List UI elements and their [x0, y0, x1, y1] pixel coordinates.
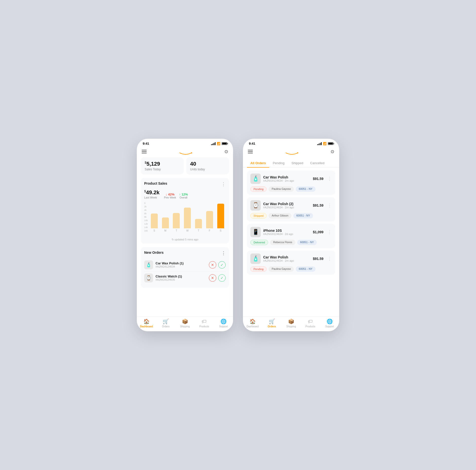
- products-label: Products: [199, 325, 209, 328]
- location-badge: 60051 - NY: [293, 213, 313, 218]
- chart-stats: ↓ 42% Prev Week ↑ 12% Overall: [164, 193, 188, 199]
- prev-label: Prev Week: [164, 196, 176, 199]
- sales-label: Sales Today: [145, 168, 180, 171]
- time-2: 9:41: [249, 142, 255, 145]
- order-actions: ✕ ✓: [209, 261, 226, 269]
- stats-row: $5,129 Sales Today 40 Units today: [141, 157, 229, 175]
- new-orders-card: New Orders ⋮ 🧴 Car Wax Polish (1) #A2NG9…: [141, 247, 229, 288]
- reject-button[interactable]: ✕: [209, 274, 216, 282]
- order-actions: ✕ ✓: [209, 274, 226, 282]
- menu-button-2[interactable]: [248, 150, 253, 153]
- units-card: 40 Units today: [186, 157, 229, 175]
- status-bar-2: 9:41 📶: [243, 139, 339, 147]
- sales-amount: $5,129: [145, 161, 180, 167]
- support-icon-2: 🌐: [327, 318, 333, 324]
- units-amount: 40: [190, 161, 225, 167]
- person-badge: Rebecca Flores: [270, 240, 295, 245]
- order-options[interactable]: ⋮: [327, 256, 332, 261]
- bar-group: T: [171, 213, 181, 232]
- product-info: iPhone 10S #A2NG9124634 · 2d ago: [263, 229, 310, 235]
- order-options[interactable]: ⋮: [327, 176, 332, 181]
- nav-item-orders[interactable]: 🛒 Orders: [159, 318, 172, 328]
- battery-icon-2: [328, 142, 333, 145]
- product-name: Car Wax Polish: [263, 175, 310, 179]
- status-badge: Pending: [250, 186, 267, 192]
- bar-group: S: [216, 204, 226, 232]
- orders-title: New Orders ⋮: [144, 251, 226, 256]
- product-price: $91.59: [313, 203, 323, 207]
- bars-container: SMTWTFS: [149, 202, 226, 236]
- order-card: 🧴 Car Wax Polish #A2NG9124634 · 2m ago $…: [247, 251, 335, 275]
- bar: [206, 211, 213, 228]
- accept-button[interactable]: ✓: [218, 261, 226, 269]
- order-card-tags: Pending Paulina Gayoso 60051 - NY: [250, 186, 332, 192]
- chart-header: Product Sales ⋮: [144, 181, 226, 187]
- product-thumb: 🧴: [250, 254, 261, 264]
- bar-day-label: F: [209, 229, 210, 232]
- tab-shipped[interactable]: Shipped: [288, 159, 307, 167]
- status-badge: Delivered: [250, 240, 268, 245]
- product-meta: #A2NG9124634 · 2d ago: [263, 233, 310, 235]
- wifi-icon-2: 📶: [323, 142, 327, 145]
- bar: [173, 213, 180, 228]
- order-card-top: 🧴 Car Wax Polish #A2NG9124634 · 2m ago $…: [250, 254, 332, 264]
- order-items: 🧴 Car Wax Polish (1) #A2NG9124634 ✕ ✓ ⌚ …: [144, 258, 226, 284]
- support-label-2: Support: [325, 325, 334, 328]
- order-card-top: 📱 iPhone 10S #A2NG9124634 · 2d ago $1,09…: [250, 227, 332, 237]
- bottom-nav-dashboard: 🏠 Dashboard 🛒 Orders 📦 Shipping 🏷 Produc…: [137, 316, 233, 331]
- chart-menu[interactable]: ⋮: [221, 181, 226, 187]
- location-badge: 60051 - NY: [296, 266, 316, 272]
- tab-cancelled[interactable]: Cancelled: [307, 159, 328, 167]
- nav-item-support[interactable]: 🌐 Support: [217, 318, 230, 328]
- shipping-icon: 📦: [182, 318, 188, 324]
- nav-item-dashboard[interactable]: 🏠 Dashboard: [140, 318, 153, 328]
- nav-item-products[interactable]: 🏷 Products: [304, 319, 317, 328]
- support-label: Support: [219, 325, 228, 328]
- battery-icon: [222, 142, 227, 145]
- nav-item-shipping[interactable]: 📦 Shipping: [285, 318, 298, 328]
- camera-icon[interactable]: ⊙: [224, 149, 228, 154]
- nav-item-products[interactable]: 🏷 Products: [198, 319, 211, 328]
- new-order-item: ⌚ Classic Watch (1) #A2NG9124635 ✕ ✓: [144, 272, 226, 284]
- bar-chart: 16k14k12k10k 8k6k4k2k0 SMTWTFS: [144, 202, 226, 236]
- dashboard-screen: 9:41 📶 ⊙: [137, 139, 233, 331]
- order-info: Classic Watch (1) #A2NG9124635: [156, 274, 206, 281]
- status-badge: Shipped: [250, 213, 267, 218]
- svg-point-1: [297, 152, 298, 154]
- nav-item-shipping[interactable]: 📦 Shipping: [178, 318, 191, 328]
- accept-button[interactable]: ✓: [218, 274, 226, 282]
- person-badge: Paulina Gayoso: [269, 266, 294, 272]
- reject-button[interactable]: ✕: [209, 261, 216, 269]
- order-options[interactable]: ⋮: [327, 229, 332, 235]
- product-name: Car Wax Polish (2): [263, 202, 310, 206]
- nav-item-orders[interactable]: 🛒 Orders: [265, 318, 278, 328]
- order-card-top: 🧴 Car Wax Polish #A2NG9124634 · 2m ago $…: [250, 174, 332, 184]
- dashboard-label-2: Dashboard: [247, 325, 259, 328]
- product-name: Car Wax Polish: [263, 255, 310, 259]
- order-options[interactable]: ⋮: [327, 203, 332, 208]
- bar: [151, 214, 158, 228]
- orders-icon-2: 🛒: [269, 318, 275, 324]
- bar-group: S: [149, 214, 159, 232]
- order-card: 📱 iPhone 10S #A2NG9124634 · 2d ago $1,09…: [247, 224, 335, 248]
- orders-menu[interactable]: ⋮: [221, 251, 226, 256]
- svg-point-0: [191, 152, 192, 154]
- product-info: Car Wax Polish #A2NG9124634 · 2m ago: [263, 175, 310, 182]
- dashboard-icon-2: 🏠: [250, 318, 256, 324]
- bar-day-label: T: [176, 229, 177, 232]
- nav-item-support[interactable]: 🌐 Support: [323, 318, 336, 328]
- overall-stat: ↑ 12% Overall: [179, 193, 188, 199]
- signal-icon-2: [317, 142, 322, 145]
- tab-pending[interactable]: Pending: [269, 159, 288, 167]
- tab-all-orders[interactable]: All Orders: [247, 159, 269, 167]
- bar: [195, 219, 202, 228]
- menu-button[interactable]: [142, 150, 147, 153]
- order-card: ⌚ Car Wax Polish (2) #A2NG9124634 · 2m a…: [247, 197, 335, 221]
- product-thumb: ⌚: [250, 200, 261, 211]
- bar-day-label: S: [154, 229, 155, 232]
- nav-bar: ⊙: [137, 147, 233, 157]
- shipping-icon-2: 📦: [288, 318, 294, 324]
- nav-item-dashboard[interactable]: 🏠 Dashboard: [246, 318, 259, 328]
- product-info: Car Wax Polish #A2NG9124634 · 2m ago: [263, 255, 310, 262]
- camera-icon-2[interactable]: ⊙: [331, 149, 334, 154]
